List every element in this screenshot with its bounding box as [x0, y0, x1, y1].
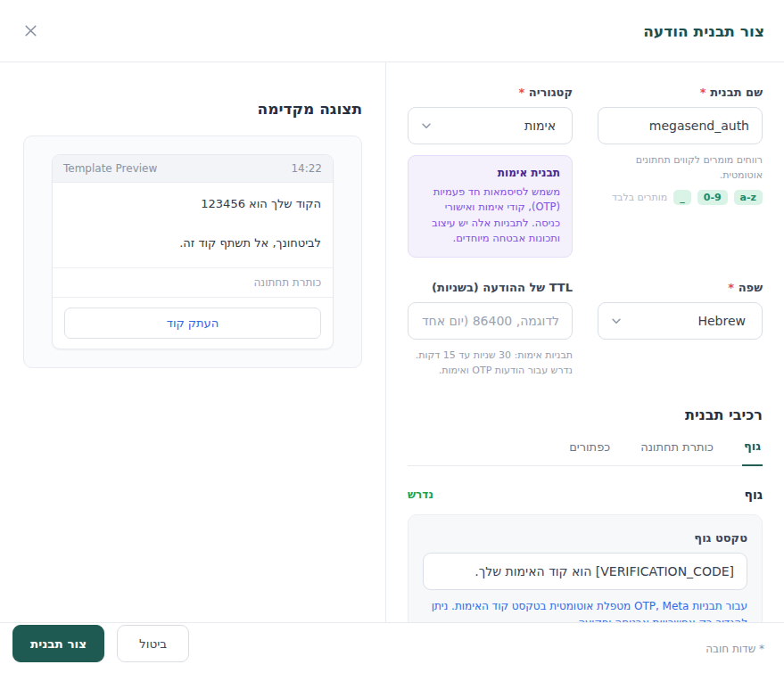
category-select[interactable]: אימות: [408, 107, 573, 144]
form-column: שם תבנית * רווחים מומרים לקווים תחתונים …: [385, 62, 784, 622]
ttl-label: TTL של ההודעה (בשניות): [408, 281, 573, 294]
chat-timestamp: 14:22: [291, 162, 322, 175]
chat-message-line1: הקוד שלך הוא 123456: [64, 196, 321, 212]
close-button[interactable]: [20, 20, 42, 42]
body-section-header: גוף נדרש: [408, 488, 763, 502]
chat-header: Template Preview 14:22: [53, 155, 333, 183]
chevron-down-icon: [610, 315, 623, 327]
badge-09: 0-9: [697, 190, 728, 205]
tab-body[interactable]: גוף: [742, 439, 763, 466]
modal-content: שם תבנית * רווחים מומרים לקווים תחתונים …: [0, 62, 784, 622]
ttl-helper-line1: תבניות אימות: 30 שניות עד 15 דקות.: [408, 349, 573, 364]
modal-header: צור תבנית הודעה: [0, 0, 784, 62]
body-text-input[interactable]: [423, 553, 747, 590]
body-text-helper: עבור תבניות OTP, Meta מטפלת אוטומטית בטק…: [423, 598, 747, 622]
language-field: שפה * Hebrew: [598, 281, 763, 378]
ttl-input[interactable]: [408, 302, 573, 340]
chat-footer-text: כותרת תחתונה: [53, 267, 333, 297]
category-field: קטגוריה * אימות תבנית אימות משמש לסיסמאו…: [408, 86, 573, 258]
preview-column: תצוגה מקדימה Template Preview 14:22 הקוד…: [0, 62, 385, 622]
create-template-button[interactable]: צור תבנית: [12, 625, 104, 662]
ttl-helper-line2: נדרש עבור הודעות OTP ואימות.: [408, 364, 573, 379]
language-label: שפה *: [598, 281, 763, 294]
chat-header-title: Template Preview: [63, 162, 157, 175]
chat-button-row: העתק קוד: [53, 297, 333, 349]
tab-buttons[interactable]: כפתורים: [567, 439, 612, 465]
footer-buttons: ביטול צור תבנית: [12, 625, 189, 662]
template-name-label: שם תבנית *: [598, 86, 763, 99]
required-asterisk: *: [700, 86, 706, 99]
required-asterisk: *: [518, 86, 524, 99]
language-select[interactable]: Hebrew: [598, 302, 763, 340]
page-title: צור תבנית הודעה: [643, 22, 764, 40]
chat-message-line2: לביטחונך, אל תשתף קוד זה.: [64, 235, 321, 251]
required-badge: נדרש: [408, 488, 433, 501]
badge-az: a-z: [734, 190, 763, 205]
template-name-field: שם תבנית * רווחים מומרים לקווים תחתונים …: [598, 86, 763, 258]
required-fields-note: * שדות חובה: [706, 643, 764, 655]
required-asterisk: *: [728, 281, 734, 294]
ttl-field: TTL של ההודעה (בשניות) תבניות אימות: 30 …: [408, 281, 573, 378]
ttl-helper: תבניות אימות: 30 שניות עד 15 דקות. נדרש …: [408, 349, 573, 378]
category-selected-value: אימות: [524, 119, 572, 133]
body-section-label: גוף: [744, 488, 763, 502]
body-text-card: טקסט גוף עבור תבניות OTP, Meta מטפלת אוט…: [408, 514, 763, 622]
allowed-chars-row: a-z 0-9 _ מותרים בלבד: [598, 190, 763, 205]
template-name-helper: רווחים מומרים לקווים תחתונים אוטומטית.: [598, 153, 763, 183]
preview-heading: תצוגה מקדימה: [23, 100, 362, 118]
chat-bubble-card: Template Preview 14:22 הקוד שלך הוא 1234…: [52, 154, 334, 349]
category-info-title: תבנית אימות: [420, 167, 560, 179]
chevron-down-icon: [420, 119, 433, 132]
template-name-input[interactable]: [598, 107, 763, 144]
components-tabs: גוף כותרת תחתונה כפתורים: [408, 439, 763, 466]
preview-card: Template Preview 14:22 הקוד שלך הוא 1234…: [23, 135, 362, 368]
body-text-label: טקסט גוף: [423, 531, 747, 545]
modal-footer: * שדות חובה ביטול צור תבנית: [0, 622, 784, 681]
chat-body: הקוד שלך הוא 123456 לביטחונך, אל תשתף קו…: [53, 183, 333, 267]
copy-code-button[interactable]: העתק קוד: [64, 308, 321, 339]
category-label: קטגוריה *: [408, 86, 573, 99]
category-info-box: תבנית אימות משמש לסיסמאות חד פעמיות (OTP…: [408, 155, 573, 258]
category-info-text: משמש לסיסמאות חד פעמיות (OTP), קודי אימו…: [420, 185, 560, 246]
allowed-chars-suffix: מותרים בלבד: [612, 192, 667, 203]
badge-underscore: _: [673, 190, 691, 205]
tab-footer[interactable]: כותרת תחתונה: [639, 439, 715, 465]
close-icon: [23, 23, 38, 38]
language-selected-value: Hebrew: [697, 314, 762, 328]
cancel-button[interactable]: ביטול: [117, 625, 189, 662]
components-heading: רכיבי תבנית: [408, 406, 763, 423]
